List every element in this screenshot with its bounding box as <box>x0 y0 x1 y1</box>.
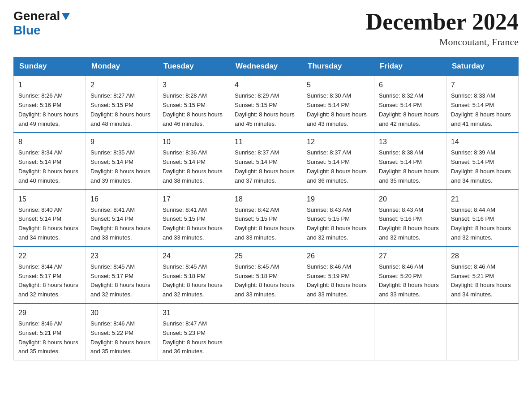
calendar-day-cell: 5 Sunrise: 8:30 AMSunset: 5:14 PMDayligh… <box>302 76 374 133</box>
calendar-day-cell: 20 Sunrise: 8:43 AMSunset: 5:16 PMDaylig… <box>374 190 446 247</box>
calendar-day-cell: 11 Sunrise: 8:37 AMSunset: 5:14 PMDaylig… <box>230 133 302 189</box>
day-info: Sunrise: 8:44 AMSunset: 5:17 PMDaylight:… <box>18 263 78 298</box>
calendar-day-cell: 2 Sunrise: 8:27 AMSunset: 5:15 PMDayligh… <box>86 76 158 133</box>
day-info: Sunrise: 8:46 AMSunset: 5:21 PMDaylight:… <box>451 263 511 298</box>
col-wednesday: Wednesday <box>230 57 302 76</box>
calendar-day-cell: 28 Sunrise: 8:46 AMSunset: 5:21 PMDaylig… <box>446 247 519 304</box>
calendar-day-cell: 12 Sunrise: 8:37 AMSunset: 5:14 PMDaylig… <box>302 133 374 189</box>
day-number: 22 <box>18 251 81 261</box>
day-number: 23 <box>90 251 153 261</box>
calendar-day-cell: 17 Sunrise: 8:41 AMSunset: 5:15 PMDaylig… <box>158 190 230 247</box>
day-info: Sunrise: 8:43 AMSunset: 5:16 PMDaylight:… <box>379 206 439 241</box>
col-monday: Monday <box>86 57 158 76</box>
col-friday: Friday <box>374 57 446 76</box>
day-number: 26 <box>307 251 369 261</box>
calendar-day-cell: 16 Sunrise: 8:41 AMSunset: 5:14 PMDaylig… <box>86 190 158 247</box>
svg-marker-0 <box>62 13 70 20</box>
calendar-day-cell: 9 Sunrise: 8:35 AMSunset: 5:14 PMDayligh… <box>86 133 158 189</box>
day-number: 13 <box>379 137 442 147</box>
calendar-day-cell: 6 Sunrise: 8:32 AMSunset: 5:14 PMDayligh… <box>374 76 446 133</box>
day-number: 17 <box>163 194 225 205</box>
day-number: 18 <box>235 194 297 205</box>
day-info: Sunrise: 8:40 AMSunset: 5:14 PMDaylight:… <box>18 206 78 241</box>
day-info: Sunrise: 8:45 AMSunset: 5:18 PMDaylight:… <box>163 263 223 298</box>
day-number: 5 <box>307 80 369 90</box>
col-sunday: Sunday <box>14 57 86 76</box>
day-number: 3 <box>163 80 225 90</box>
title-area: December 2024 Moncoutant, France <box>366 9 519 48</box>
calendar-week-row: 1 Sunrise: 8:26 AMSunset: 5:16 PMDayligh… <box>14 76 519 133</box>
logo-triangle-icon <box>61 11 71 21</box>
day-number: 27 <box>379 251 442 261</box>
calendar-day-cell: 30 Sunrise: 8:46 AMSunset: 5:22 PMDaylig… <box>86 304 158 360</box>
calendar-day-cell: 22 Sunrise: 8:44 AMSunset: 5:17 PMDaylig… <box>14 247 86 304</box>
day-number: 28 <box>451 251 514 261</box>
calendar-day-cell: 26 Sunrise: 8:46 AMSunset: 5:19 PMDaylig… <box>302 247 374 304</box>
calendar-table: Sunday Monday Tuesday Wednesday Thursday… <box>13 57 519 360</box>
day-info: Sunrise: 8:37 AMSunset: 5:14 PMDaylight:… <box>307 149 367 184</box>
page-header: General Blue December 2024 Moncoutant, F… <box>13 9 519 48</box>
day-info: Sunrise: 8:44 AMSunset: 5:16 PMDaylight:… <box>451 206 511 241</box>
day-number: 2 <box>90 80 153 90</box>
col-tuesday: Tuesday <box>158 57 230 76</box>
day-number: 8 <box>18 137 81 147</box>
day-info: Sunrise: 8:38 AMSunset: 5:14 PMDaylight:… <box>379 149 439 184</box>
calendar-day-cell <box>230 304 302 360</box>
col-thursday: Thursday <box>302 57 374 76</box>
calendar-day-cell <box>302 304 374 360</box>
calendar-day-cell: 21 Sunrise: 8:44 AMSunset: 5:16 PMDaylig… <box>446 190 519 247</box>
day-number: 31 <box>163 308 225 318</box>
day-info: Sunrise: 8:29 AMSunset: 5:15 PMDaylight:… <box>235 92 295 127</box>
calendar-day-cell: 3 Sunrise: 8:28 AMSunset: 5:15 PMDayligh… <box>158 76 230 133</box>
calendar-subtitle: Moncoutant, France <box>366 36 519 48</box>
day-info: Sunrise: 8:32 AMSunset: 5:14 PMDaylight:… <box>379 92 439 127</box>
calendar-day-cell: 7 Sunrise: 8:33 AMSunset: 5:14 PMDayligh… <box>446 76 519 133</box>
calendar-day-cell: 29 Sunrise: 8:46 AMSunset: 5:21 PMDaylig… <box>14 304 86 360</box>
day-info: Sunrise: 8:36 AMSunset: 5:14 PMDaylight:… <box>163 149 223 184</box>
day-info: Sunrise: 8:43 AMSunset: 5:15 PMDaylight:… <box>307 206 367 241</box>
calendar-day-cell: 19 Sunrise: 8:43 AMSunset: 5:15 PMDaylig… <box>302 190 374 247</box>
day-info: Sunrise: 8:46 AMSunset: 5:21 PMDaylight:… <box>18 320 78 355</box>
col-saturday: Saturday <box>446 57 519 76</box>
day-number: 10 <box>163 137 225 147</box>
calendar-week-row: 29 Sunrise: 8:46 AMSunset: 5:21 PMDaylig… <box>14 304 519 360</box>
calendar-day-cell: 27 Sunrise: 8:46 AMSunset: 5:20 PMDaylig… <box>374 247 446 304</box>
day-number: 7 <box>451 80 514 90</box>
calendar-day-cell: 14 Sunrise: 8:39 AMSunset: 5:14 PMDaylig… <box>446 133 519 189</box>
day-number: 24 <box>163 251 225 261</box>
day-number: 1 <box>18 80 81 90</box>
calendar-header-row: Sunday Monday Tuesday Wednesday Thursday… <box>14 57 519 76</box>
day-number: 9 <box>90 137 153 147</box>
day-info: Sunrise: 8:46 AMSunset: 5:22 PMDaylight:… <box>90 320 150 355</box>
day-info: Sunrise: 8:46 AMSunset: 5:20 PMDaylight:… <box>379 263 439 298</box>
day-info: Sunrise: 8:41 AMSunset: 5:14 PMDaylight:… <box>90 206 150 241</box>
day-info: Sunrise: 8:37 AMSunset: 5:14 PMDaylight:… <box>235 149 295 184</box>
calendar-day-cell <box>374 304 446 360</box>
calendar-week-row: 15 Sunrise: 8:40 AMSunset: 5:14 PMDaylig… <box>14 190 519 247</box>
calendar-day-cell: 31 Sunrise: 8:47 AMSunset: 5:23 PMDaylig… <box>158 304 230 360</box>
day-info: Sunrise: 8:26 AMSunset: 5:16 PMDaylight:… <box>18 92 78 127</box>
calendar-day-cell: 4 Sunrise: 8:29 AMSunset: 5:15 PMDayligh… <box>230 76 302 133</box>
day-info: Sunrise: 8:45 AMSunset: 5:18 PMDaylight:… <box>235 263 295 298</box>
day-info: Sunrise: 8:30 AMSunset: 5:14 PMDaylight:… <box>307 92 367 127</box>
calendar-day-cell: 13 Sunrise: 8:38 AMSunset: 5:14 PMDaylig… <box>374 133 446 189</box>
day-info: Sunrise: 8:46 AMSunset: 5:19 PMDaylight:… <box>307 263 367 298</box>
day-info: Sunrise: 8:35 AMSunset: 5:14 PMDaylight:… <box>90 149 150 184</box>
day-info: Sunrise: 8:45 AMSunset: 5:17 PMDaylight:… <box>90 263 150 298</box>
calendar-day-cell: 10 Sunrise: 8:36 AMSunset: 5:14 PMDaylig… <box>158 133 230 189</box>
day-number: 20 <box>379 194 442 205</box>
day-number: 25 <box>235 251 297 261</box>
day-number: 16 <box>90 194 153 205</box>
day-number: 15 <box>18 194 81 205</box>
day-number: 30 <box>90 308 153 318</box>
calendar-day-cell: 18 Sunrise: 8:42 AMSunset: 5:15 PMDaylig… <box>230 190 302 247</box>
day-info: Sunrise: 8:34 AMSunset: 5:14 PMDaylight:… <box>18 149 78 184</box>
calendar-day-cell: 8 Sunrise: 8:34 AMSunset: 5:14 PMDayligh… <box>14 133 86 189</box>
calendar-week-row: 8 Sunrise: 8:34 AMSunset: 5:14 PMDayligh… <box>14 133 519 189</box>
calendar-day-cell: 24 Sunrise: 8:45 AMSunset: 5:18 PMDaylig… <box>158 247 230 304</box>
calendar-day-cell: 23 Sunrise: 8:45 AMSunset: 5:17 PMDaylig… <box>86 247 158 304</box>
day-number: 21 <box>451 194 514 205</box>
logo-blue-text: Blue <box>13 23 41 37</box>
day-info: Sunrise: 8:28 AMSunset: 5:15 PMDaylight:… <box>163 92 223 127</box>
day-info: Sunrise: 8:27 AMSunset: 5:15 PMDaylight:… <box>90 92 150 127</box>
